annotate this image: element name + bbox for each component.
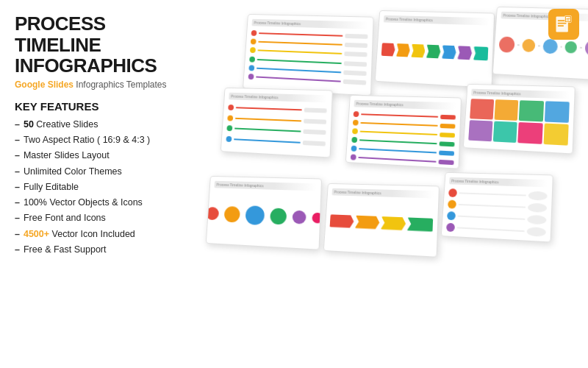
list-item: – Fully Editable: [15, 181, 184, 193]
list-text: Two Aspect Ratio ( 16:9 & 4:3 ): [24, 134, 150, 146]
list-text: Free & Fast Support: [24, 244, 107, 255]
slide-title-2: Process Timeline Infographics: [384, 15, 490, 26]
slide-card-7: Process Timeline Infographics: [206, 176, 322, 250]
subtitle-text: Infographics Templates: [76, 79, 166, 90]
list-item: – Two Aspect Ratio ( 16:9 & 4:3 ): [15, 134, 184, 146]
subtitle-highlight: Google Slides: [15, 79, 74, 90]
list-dash: –: [15, 118, 20, 130]
list-item: – Free & Fast Support: [15, 244, 184, 255]
main-title: PROCESS TIMELINE INFOGRAPHICS: [15, 13, 184, 77]
slide-card-5: Process Timeline Infographics: [345, 95, 462, 169]
subtitle: Google Slides Infographics Templates: [15, 79, 184, 90]
slide-card-1: Process Timeline Infographics: [243, 14, 374, 96]
list-dash: –: [15, 134, 20, 146]
list-item: – 50 Creative Slides: [15, 118, 184, 130]
list-text: Master Slides Layout: [24, 149, 110, 161]
list-text: 50 Creative Slides: [24, 118, 98, 130]
google-slides-icon: [548, 9, 579, 40]
list-dash: –: [15, 166, 20, 177]
slide-card-8: Process Timeline Infographics: [323, 183, 440, 258]
slide-title-8: Process Timeline Infographics: [331, 188, 434, 199]
slide-title-9: Process Timeline Infographics: [449, 177, 548, 188]
slide-title-1: Process Timeline Infographics: [251, 19, 368, 29]
list-text: 4500+ Vector Icon Included: [24, 228, 135, 240]
svg-rect-2: [558, 23, 567, 24]
slide-card-6: Process Timeline Infographics: [463, 84, 576, 155]
slide-card-9: Process Timeline Infographics: [441, 172, 553, 243]
list-dash: –: [15, 197, 20, 208]
list-dash: –: [15, 149, 20, 161]
slide-card-4: Process Timeline Infographics: [220, 88, 333, 158]
svg-rect-3: [558, 25, 564, 26]
slide-card-2: Process Timeline Infographics: [375, 10, 495, 88]
list-text: Unlimited Color Themes: [24, 166, 122, 177]
slide-title-6: Process Timeline Infographics: [471, 89, 570, 99]
slide-title-5: Process Timeline Infographics: [354, 100, 456, 110]
list-item: – 4500+ Vector Icon Included: [15, 228, 184, 240]
slides-container: Process Timeline Infographics Process Ti…: [198, 0, 588, 368]
list-dash: –: [15, 181, 20, 193]
slide-title-4: Process Timeline Infographics: [229, 93, 327, 103]
left-panel: PROCESS TIMELINE INFOGRAPHICS Google Sli…: [0, 0, 198, 368]
right-panel: Process Timeline Infographics Process Ti…: [198, 0, 588, 368]
slide-title-7: Process Timeline Infographics: [214, 181, 316, 191]
list-item: – 100% Vector Objects & Icons: [15, 197, 184, 208]
page-container: PROCESS TIMELINE INFOGRAPHICS Google Sli…: [0, 0, 588, 368]
list-text: 100% Vector Objects & Icons: [24, 197, 143, 208]
list-dash: –: [15, 212, 20, 224]
list-dash: –: [15, 244, 20, 255]
list-item: – Master Slides Layout: [15, 149, 184, 161]
features-list: – 50 Creative Slides – Two Aspect Ratio …: [15, 118, 184, 255]
list-dash: –: [15, 228, 20, 240]
list-text: Free Font and Icons: [24, 212, 106, 224]
list-item: – Free Font and Icons: [15, 212, 184, 224]
list-item: – Unlimited Color Themes: [15, 166, 184, 177]
list-text: Fully Editable: [24, 181, 79, 193]
key-features-title: KEY FEATURES: [15, 100, 184, 113]
